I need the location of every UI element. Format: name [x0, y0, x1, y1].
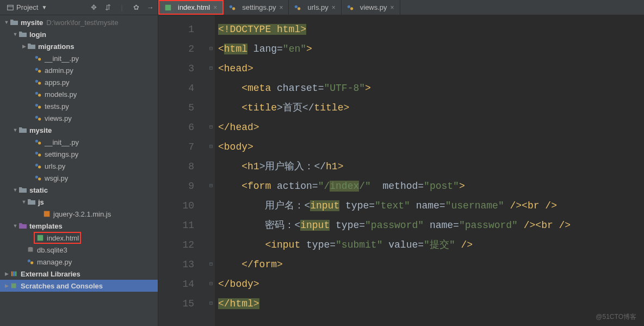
project-sidebar: Project ▼ ✥ ⇵ | ✿ → mysite D:\work\for_t…	[0, 0, 158, 326]
svg-point-19	[38, 165, 41, 168]
svg-point-5	[38, 70, 41, 72]
chevron-down-icon[interactable]	[12, 32, 18, 37]
gear-icon[interactable]: ✿	[132, 3, 140, 12]
tab-label: urls.py	[307, 3, 328, 11]
tab-settings-py[interactable]: settings.py ×	[224, 0, 289, 15]
python-file-icon	[34, 54, 42, 63]
python-file-icon	[34, 78, 42, 87]
locate-file-icon[interactable]: ✥	[89, 3, 98, 12]
tab-label: views.py	[360, 3, 387, 11]
svg-rect-0	[8, 5, 14, 10]
tree-file-apps[interactable]: apps.py	[0, 76, 158, 88]
tree-file-views[interactable]: views.py	[0, 112, 158, 124]
tree-file-wsgi[interactable]: wsgi.py	[0, 172, 158, 184]
svg-point-6	[35, 80, 38, 83]
project-view-label: Project	[16, 3, 38, 11]
svg-point-34	[232, 7, 235, 10]
python-file-icon	[34, 162, 42, 170]
svg-rect-22	[44, 211, 50, 217]
tree-file-models[interactable]: models.py	[0, 88, 158, 100]
svg-rect-30	[15, 272, 17, 276]
code-editor[interactable]: 123456789101112131415 ⊟⊟⊟⊟⊟⊟⊟⊟ <!DOCTYPE…	[158, 15, 644, 326]
svg-point-10	[35, 104, 38, 107]
chevron-down-icon[interactable]	[12, 187, 18, 193]
html-file-icon	[164, 3, 172, 12]
chevron-right-icon[interactable]	[21, 44, 27, 49]
python-file-icon	[34, 102, 42, 110]
close-icon[interactable]: ×	[332, 4, 336, 11]
svg-point-20	[35, 176, 38, 179]
tree-file-init2[interactable]: __init__.py	[0, 136, 158, 148]
python-file-icon	[346, 3, 355, 12]
chevron-down-icon[interactable]	[12, 223, 18, 229]
tree-folder-migrations[interactable]: migrations	[0, 40, 158, 52]
tree-folder-js[interactable]: js	[0, 196, 158, 208]
tab-urls-py[interactable]: urls.py ×	[289, 0, 341, 15]
tree-file-init[interactable]: __init__.py	[0, 52, 158, 64]
tree-file-db[interactable]: db.sqlite3	[0, 244, 158, 256]
svg-point-21	[38, 177, 41, 180]
tree-folder-login[interactable]: login	[0, 28, 158, 40]
svg-point-36	[298, 7, 300, 10]
python-file-icon	[34, 114, 42, 122]
tree-root-mysite[interactable]: mysite D:\work\for_test\mysite	[0, 16, 158, 28]
tab-index-html[interactable]: index.html ×	[158, 0, 224, 15]
tree-scratches[interactable]: Scratches and Consoles	[0, 280, 158, 292]
tree-root-path: D:\work\for_test\mysite	[46, 19, 118, 27]
chevron-right-icon[interactable]	[3, 283, 10, 288]
svg-point-18	[35, 164, 38, 167]
tree-folder-mysite-pkg[interactable]: mysite	[0, 124, 158, 136]
svg-rect-28	[11, 272, 13, 276]
code-content[interactable]: <!DOCTYPE html> <html lang="en"> <head> …	[215, 15, 644, 326]
chevron-right-icon[interactable]	[3, 271, 10, 276]
library-icon	[10, 269, 18, 278]
line-number-gutter: 123456789101112131415	[158, 15, 207, 326]
tree-file-jquery[interactable]: jquery-3.2.1.min.js	[0, 208, 158, 220]
chevron-down-icon[interactable]	[21, 199, 27, 205]
folder-icon	[10, 18, 18, 27]
tab-views-py[interactable]: views.py ×	[342, 0, 400, 15]
tree-folder-templates[interactable]: templates	[0, 220, 158, 232]
folder-icon	[18, 186, 27, 194]
chevron-down-icon[interactable]	[12, 127, 18, 133]
project-view-selector[interactable]: Project ▼	[3, 2, 50, 13]
python-file-icon	[34, 66, 42, 75]
tree-folder-static[interactable]: static	[0, 184, 158, 196]
python-file-icon	[26, 257, 35, 266]
folder-icon	[18, 30, 27, 39]
close-icon[interactable]: ×	[213, 4, 217, 11]
svg-point-12	[35, 116, 38, 119]
tree-file-tests[interactable]: tests.py	[0, 100, 158, 112]
tree-file-admin[interactable]: admin.py	[0, 64, 158, 76]
collapse-all-icon[interactable]: ⇵	[103, 3, 112, 12]
tree-label: mysite	[21, 19, 43, 27]
python-file-icon	[34, 174, 42, 182]
svg-point-13	[38, 118, 41, 120]
chevron-down-icon: ▼	[41, 4, 47, 10]
svg-point-35	[295, 5, 298, 8]
fold-gutter: ⊟⊟⊟⊟⊟⊟⊟⊟	[207, 15, 215, 326]
svg-rect-31	[11, 284, 16, 288]
svg-point-14	[35, 140, 38, 143]
editor-area: index.html × settings.py × urls.py × vie…	[158, 0, 644, 326]
js-file-icon	[42, 210, 51, 218]
svg-point-37	[348, 5, 350, 8]
svg-point-27	[30, 261, 33, 264]
tree-file-index-html[interactable]: index.html	[0, 232, 158, 244]
tree-file-settings[interactable]: settings.py	[0, 148, 158, 160]
hide-icon[interactable]: →	[146, 3, 154, 12]
sidebar-header: Project ▼ ✥ ⇵ | ✿ →	[0, 0, 158, 15]
html-file-icon	[36, 233, 45, 242]
folder-icon	[27, 198, 36, 206]
svg-point-17	[38, 153, 41, 156]
python-file-icon	[34, 90, 42, 99]
python-file-icon	[34, 150, 42, 158]
tree-external-libraries[interactable]: External Libraries	[0, 268, 158, 280]
tab-label: index.html	[178, 3, 210, 11]
close-icon[interactable]: ×	[279, 4, 283, 11]
svg-point-3	[38, 58, 41, 60]
tree-file-manage[interactable]: manage.py	[0, 256, 158, 268]
chevron-down-icon[interactable]	[3, 20, 10, 25]
close-icon[interactable]: ×	[391, 4, 394, 11]
tree-file-urls[interactable]: urls.py	[0, 160, 158, 172]
